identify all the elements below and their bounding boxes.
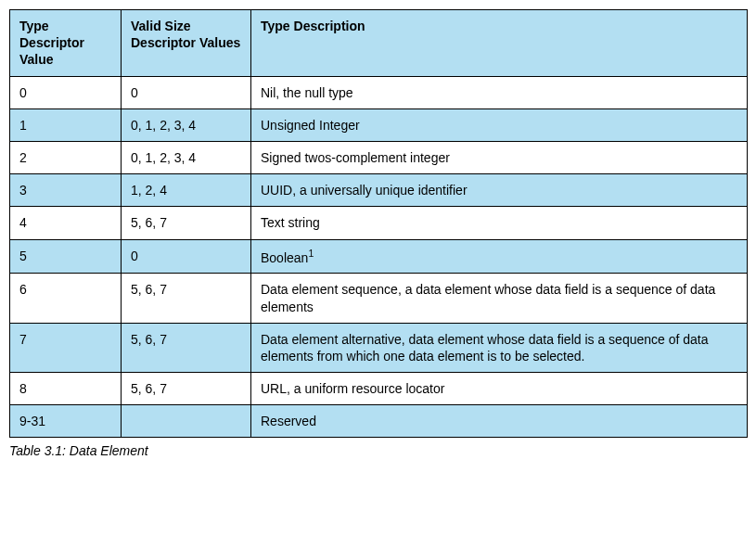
cell-size-values: 0, 1, 2, 3, 4 [122,108,251,141]
cell-type-desc: UUID, a universally unique identifier [251,174,748,207]
table-row: 65, 6, 7Data element sequence, a data el… [10,274,748,323]
cell-type-desc: Boolean1 [251,239,748,274]
table-row: 00Nil, the null type [10,76,748,108]
table-row: 45, 6, 7Text string [10,207,748,239]
cell-type-desc: Unsigned Integer [251,108,748,141]
header-type-value: Type Descriptor Value [10,10,122,77]
cell-type-desc: Data element alternative, data element w… [251,323,748,372]
cell-type-desc: Data element sequence, a data element wh… [251,274,748,323]
table-row: 50Boolean1 [10,239,748,274]
cell-type-value: 9-31 [10,405,122,438]
table-row: 31, 2, 4UUID, a universally unique ident… [10,174,748,207]
cell-type-value: 6 [10,274,122,323]
table-header-row: Type Descriptor Value Valid Size Descrip… [10,10,748,77]
cell-size-values: 5, 6, 7 [122,373,251,405]
header-size-values: Valid Size Descriptor Values [122,10,251,77]
cell-type-value: 2 [10,141,122,173]
data-element-table: Type Descriptor Value Valid Size Descrip… [9,9,748,438]
header-type-desc: Type Description [251,10,748,77]
table-row: 75, 6, 7Data element alternative, data e… [10,323,748,372]
cell-type-value: 8 [10,373,122,405]
cell-size-values: 0, 1, 2, 3, 4 [122,141,251,173]
cell-type-value: 7 [10,323,122,372]
cell-type-desc: Text string [251,207,748,239]
cell-size-values: 0 [122,239,251,274]
cell-size-values: 5, 6, 7 [122,207,251,239]
cell-size-values [122,405,251,438]
cell-type-value: 3 [10,174,122,207]
table-caption: Table 3.1: Data Element [9,443,747,458]
cell-size-values: 5, 6, 7 [122,274,251,323]
cell-type-value: 0 [10,76,122,108]
table-row: 9-31Reserved [10,405,748,438]
cell-size-values: 5, 6, 7 [122,323,251,372]
footnote-ref: 1 [308,248,314,259]
cell-size-values: 0 [122,76,251,108]
cell-type-desc: Reserved [251,405,748,438]
cell-type-desc: Signed twos-complement integer [251,141,748,173]
cell-type-desc: URL, a uniform resource locator [251,373,748,405]
table-row: 85, 6, 7URL, a uniform resource locator [10,373,748,405]
cell-type-value: 4 [10,207,122,239]
cell-type-value: 1 [10,108,122,141]
cell-type-value: 5 [10,239,122,274]
cell-size-values: 1, 2, 4 [122,174,251,207]
table-row: 10, 1, 2, 3, 4Unsigned Integer [10,108,748,141]
table-row: 20, 1, 2, 3, 4Signed twos-complement int… [10,141,748,173]
cell-type-desc: Nil, the null type [251,76,748,108]
